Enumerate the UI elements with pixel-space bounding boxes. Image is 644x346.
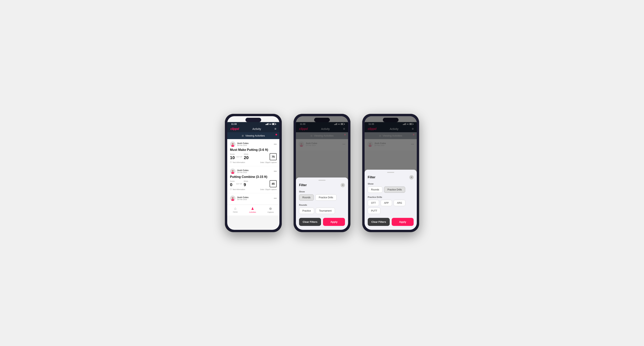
score-value: 0: [230, 182, 235, 187]
more-options-icon[interactable]: •••: [274, 143, 277, 146]
more-options-icon[interactable]: •••: [274, 170, 277, 173]
filter-sheet: Filter ✕ ShowRoundsPractice DrillsPracti…: [364, 170, 417, 230]
filter-title: Filter: [299, 183, 307, 187]
apply-button[interactable]: Apply: [392, 218, 414, 226]
apply-button[interactable]: Apply: [323, 218, 345, 226]
user-info: Josh Coles 28 Feb 2023: [230, 195, 248, 201]
bottom-nav-item-activities[interactable]: ♟ Activities: [249, 206, 256, 213]
status-time: 11:33: [231, 123, 237, 125]
nav-title: Activity: [252, 127, 261, 131]
filter-sheet: Filter ✕ ShowRoundsPractice DrillsRounds…: [296, 177, 348, 230]
nav-bar: clippd Activity ≡: [227, 126, 280, 132]
shot-quality-value: 45: [272, 182, 275, 185]
info-icon: ⓘ: [230, 188, 232, 191]
status-icons: ⋈: [266, 123, 276, 125]
score-value: 10: [230, 155, 235, 160]
shots-stat: Shots 20: [244, 153, 248, 160]
activity-item[interactable]: Josh Coles 28 Feb 2023 ••• Must Make Put…: [227, 139, 280, 166]
shots-value: 20: [244, 155, 248, 160]
activity-title: Putting Combine (3-15 ft): [230, 175, 277, 179]
show-filter-btn-rounds[interactable]: Rounds: [299, 194, 314, 201]
app-logo: clippd: [230, 127, 239, 131]
user-info: Josh Coles 28 Feb 2023: [230, 169, 248, 174]
score-stat: Score 0: [230, 180, 235, 187]
shots-value: 9: [244, 182, 248, 187]
score-stat: Score 10: [230, 153, 235, 160]
practice-drills-filter-buttons: OTTAPPARGPUTT: [368, 200, 414, 214]
phone-phone3: 11:33 ⋈ clippd Activity ≡ ⊞ Viewing Acti…: [362, 114, 419, 232]
user-details: Josh Coles 28 Feb 2023: [237, 196, 248, 200]
filter-actions: Clear FiltersApply: [299, 218, 345, 226]
avatar: [230, 169, 236, 174]
notification-dot: [276, 134, 277, 135]
battery-icon: [272, 123, 276, 125]
user-details: Josh Coles 28 Feb 2023: [237, 142, 248, 146]
avatar: [230, 142, 236, 147]
practice-drill-btn-putt[interactable]: PUTT: [368, 208, 380, 214]
test-info[interactable]: ⓘ Test Information: [230, 161, 245, 164]
info-icon: ⓘ: [230, 161, 232, 164]
activities-nav-label: Activities: [249, 211, 256, 213]
show-section-label: Show: [299, 190, 345, 193]
rounds-filter-buttons: PracticeTournament: [299, 208, 345, 214]
activity-header: Josh Coles 28 Feb 2023 •••: [230, 142, 277, 147]
more-options-icon[interactable]: •••: [274, 197, 277, 200]
test-info-label: Test Information: [232, 188, 245, 190]
activity-header: Josh Coles 28 Feb 2023 •••: [230, 169, 277, 174]
activity-item[interactable]: Josh Coles 28 Feb 2023 ••• Putting Combi…: [227, 166, 280, 193]
bottom-nav-item-home[interactable]: ⌂ Home: [233, 206, 238, 213]
practice-drill-btn-ott[interactable]: OTT: [368, 200, 379, 206]
clear-filters-button[interactable]: Clear Filters: [299, 218, 321, 226]
practice-drill-btn-arg[interactable]: ARG: [394, 200, 406, 206]
bottom-nav-item-capture[interactable]: ⊕ Capture: [268, 206, 274, 213]
clear-filters-button[interactable]: Clear Filters: [368, 218, 390, 226]
wifi-icon: ⋈: [269, 123, 271, 125]
test-info[interactable]: ⓘ Test Information: [230, 188, 245, 191]
practice-drills-section-label: Practice Drills: [368, 196, 414, 198]
show-filter-btn-practice-drills[interactable]: Practice Drills: [315, 194, 336, 201]
shot-quality-badge: 45: [270, 180, 277, 187]
rounds-filter-btn-practice[interactable]: Practice: [299, 208, 314, 214]
activities-nav-icon: ♟: [251, 206, 254, 211]
stats-row: Score 10 OUT OF Shots 20 75: [230, 153, 277, 160]
data-source-label: Data: Clippd Capture: [260, 162, 277, 164]
phone-screen: 11:33 ⋈ clippd Activity ≡ ⊞ Viewing Acti…: [296, 116, 348, 230]
practice-drill-btn-app[interactable]: APP: [381, 200, 392, 206]
activity-header: Josh Coles 28 Feb 2023 •••: [230, 195, 277, 201]
close-button[interactable]: ✕: [341, 183, 345, 187]
user-name: Josh Coles: [237, 142, 248, 144]
capture-nav-label: Capture: [268, 211, 274, 213]
test-info-label: Test Information: [232, 162, 245, 164]
filter-overlay[interactable]: Filter ✕ ShowRoundsPractice DrillsPracti…: [364, 116, 417, 230]
capture-nav-icon: ⊕: [269, 206, 272, 211]
shots-stat: Shots 9: [244, 180, 248, 187]
filter-icon: ⊞: [242, 134, 244, 137]
activity-footer: ⓘ Test Information Data: Clippd Capture: [230, 161, 277, 164]
filter-overlay[interactable]: Filter ✕ ShowRoundsPractice DrillsRounds…: [296, 116, 348, 230]
user-date: 28 Feb 2023: [237, 144, 248, 146]
home-nav-label: Home: [233, 211, 238, 213]
dynamic-island: [246, 118, 261, 122]
phone-screen: 11:33 ⋈ clippd Activity ≡ ⊞ Viewing Acti…: [227, 116, 280, 230]
show-filter-buttons: RoundsPractice Drills: [368, 186, 414, 193]
shots-label: Shots: [244, 180, 248, 182]
out-of-label: OUT OF: [236, 156, 242, 158]
phone-screen: 11:33 ⋈ clippd Activity ≡ ⊞ Viewing Acti…: [364, 116, 417, 230]
viewing-banner[interactable]: ⊞ Viewing Activities: [227, 132, 280, 139]
out-of-label: OUT OF: [236, 183, 242, 185]
show-filter-btn-practice-drills[interactable]: Practice Drills: [384, 186, 405, 193]
activity-title: Must Make Putting (3-6 ft): [230, 148, 277, 152]
show-filter-buttons: RoundsPractice Drills: [299, 194, 345, 201]
close-button[interactable]: ✕: [409, 175, 414, 179]
data-source-label: Data: Clippd Capture: [260, 188, 277, 190]
avatar: [230, 195, 236, 201]
rounds-filter-btn-tournament[interactable]: Tournament: [316, 208, 335, 214]
show-section-label: Show: [368, 182, 414, 185]
user-date: 28 Feb 2023: [237, 198, 248, 200]
status-bar: 11:33 ⋈: [227, 122, 280, 126]
activity-item[interactable]: Josh Coles 28 Feb 2023 •••: [227, 193, 280, 205]
filter-header: Filter ✕: [368, 175, 414, 179]
shots-label: Shots: [244, 153, 248, 155]
hamburger-icon[interactable]: ≡: [274, 127, 276, 131]
show-filter-btn-rounds[interactable]: Rounds: [368, 186, 382, 193]
